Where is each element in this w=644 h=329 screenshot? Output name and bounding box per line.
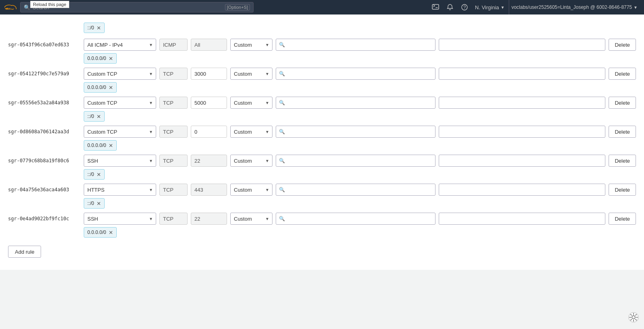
description-field-7[interactable]: [439, 213, 606, 225]
help-icon-btn[interactable]: ?: [458, 1, 471, 14]
source-search-wrapper-5[interactable]: [276, 155, 436, 167]
type-select-2[interactable]: Custom TCP All ICMP - IPv4 SSH HTTPS: [84, 68, 156, 80]
source-search-input-1[interactable]: [276, 39, 436, 51]
type-select-wrapper-3[interactable]: Custom TCP All ICMP - IPv4 SSH HTTPS: [84, 97, 156, 109]
tag-close-btn-1[interactable]: ✕: [109, 56, 113, 61]
rule-id-3: sgr-05556e53a2a84a938: [8, 97, 80, 106]
delete-btn-1[interactable]: Delete: [609, 39, 636, 51]
bell-icon-btn[interactable]: [444, 1, 456, 14]
rule-controls-row-1: All ICMP - IPv4 Custom TCP SSH HTTPS HTT…: [84, 39, 636, 51]
description-field-6[interactable]: [439, 184, 606, 196]
type-select-7[interactable]: SSH Custom TCP All ICMP - IPv4 HTTPS: [84, 213, 156, 225]
source-type-select-3[interactable]: Custom Anywhere-IPv4 Anywhere-IPv6: [230, 97, 272, 109]
source-type-wrapper-2[interactable]: Custom Anywhere-IPv4 Anywhere-IPv6: [230, 68, 272, 80]
cidr-tag-1: 0.0.0.0/0 ✕: [84, 53, 117, 64]
rule-controls-6: HTTPS Custom TCP All ICMP - IPv4 SSH Cus…: [84, 184, 636, 196]
description-field-1[interactable]: [439, 39, 606, 51]
source-type-wrapper-3[interactable]: Custom Anywhere-IPv4 Anywhere-IPv6: [230, 97, 272, 109]
type-select-wrapper-1[interactable]: All ICMP - IPv4 Custom TCP SSH HTTPS HTT…: [84, 39, 156, 51]
rule-row-group-2: sgr-054122f90c7e579a9 Custom TCP All ICM…: [8, 65, 636, 93]
terminal-icon-btn[interactable]: [429, 1, 442, 14]
rule-controls-2: Custom TCP All ICMP - IPv4 SSH HTTPS Cus…: [84, 68, 636, 80]
source-search-wrapper-3[interactable]: [276, 97, 436, 109]
source-type-select-5[interactable]: Custom Anywhere-IPv4 Anywhere-IPv6: [230, 155, 272, 167]
add-rule-btn[interactable]: Add rule: [8, 246, 41, 258]
port-field-3[interactable]: [191, 97, 227, 109]
description-field-3[interactable]: [439, 97, 606, 109]
source-type-wrapper-1[interactable]: Custom Anywhere-IPv4 Anywhere-IPv6 My IP: [230, 39, 272, 51]
cidr-tag-3: ::/0 ✕: [84, 111, 105, 122]
source-search-input-3[interactable]: [276, 97, 436, 109]
cidr-value-5: ::/0: [87, 172, 94, 177]
source-type-select-1[interactable]: Custom Anywhere-IPv4 Anywhere-IPv6 My IP: [230, 39, 272, 51]
source-search-input-7[interactable]: [276, 213, 436, 225]
top-cidr-row: ::/0 ✕: [8, 21, 636, 35]
description-field-2[interactable]: [439, 68, 606, 80]
cidr-tag: ::/0 ✕: [84, 23, 105, 33]
source-type-select-2[interactable]: Custom Anywhere-IPv4 Anywhere-IPv6: [230, 68, 272, 80]
source-search-input-2[interactable]: [276, 68, 436, 80]
user-info[interactable]: voclabs/user2525605=Linta_Joseph @ 6002-…: [509, 0, 640, 14]
tag-close-btn-6[interactable]: ✕: [97, 201, 101, 206]
port-field-4[interactable]: [191, 126, 227, 138]
search-bar[interactable]: 🔍 [Option+S]: [20, 2, 254, 12]
main-content: ::/0 ✕ sgr-0543f96c6a07ed633 All ICMP - …: [0, 14, 644, 270]
rule-row-group-5: sgr-0779c68b8a19f80c6 SSH Custom TCP All…: [8, 152, 636, 180]
source-search-wrapper-7[interactable]: [276, 213, 436, 225]
type-select-wrapper-7[interactable]: SSH Custom TCP All ICMP - IPv4 HTTPS: [84, 213, 156, 225]
source-type-wrapper-6[interactable]: Custom Anywhere-IPv4 Anywhere-IPv6: [230, 184, 272, 196]
region-selector[interactable]: N. Virginia ▼: [473, 4, 507, 10]
source-search-input-4[interactable]: [276, 126, 436, 138]
delete-btn-2[interactable]: Delete: [609, 68, 636, 80]
type-select-1[interactable]: All ICMP - IPv4 Custom TCP SSH HTTPS HTT…: [84, 39, 156, 51]
source-type-wrapper-4[interactable]: Custom Anywhere-IPv4 Anywhere-IPv6: [230, 126, 272, 138]
rule-controls-1: All ICMP - IPv4 Custom TCP SSH HTTPS HTT…: [84, 39, 636, 51]
tag-close-btn[interactable]: ✕: [97, 25, 101, 31]
type-select-wrapper-6[interactable]: HTTPS Custom TCP All ICMP - IPv4 SSH: [84, 184, 156, 196]
type-select-6[interactable]: HTTPS Custom TCP All ICMP - IPv4 SSH: [84, 184, 156, 196]
search-icon: 🔍: [24, 4, 30, 10]
source-type-select-4[interactable]: Custom Anywhere-IPv4 Anywhere-IPv6: [230, 126, 272, 138]
source-search-wrapper-1[interactable]: [276, 39, 436, 51]
rule-controls-7: SSH Custom TCP All ICMP - IPv4 HTTPS Cus…: [84, 213, 636, 225]
type-select-wrapper-4[interactable]: Custom TCP All ICMP - IPv4 SSH HTTPS: [84, 126, 156, 138]
search-input[interactable]: [33, 4, 223, 10]
type-select-wrapper-2[interactable]: Custom TCP All ICMP - IPv4 SSH HTTPS: [84, 68, 156, 80]
delete-btn-3[interactable]: Delete: [609, 97, 636, 109]
delete-btn-4[interactable]: Delete: [609, 126, 636, 138]
tag-close-btn-5[interactable]: ✕: [97, 172, 101, 177]
type-select-wrapper-5[interactable]: SSH Custom TCP All ICMP - IPv4 HTTPS: [84, 155, 156, 167]
delete-btn-5[interactable]: Delete: [609, 155, 636, 167]
description-field-4[interactable]: [439, 126, 606, 138]
rule-row-6: sgr-04a756e36aca4a603 HTTPS Custom TCP A…: [8, 181, 636, 198]
tag-close-btn-3[interactable]: ✕: [97, 114, 101, 119]
tag-close-btn-4[interactable]: ✕: [109, 143, 113, 148]
source-search-wrapper-6[interactable]: [276, 184, 436, 196]
type-select-5[interactable]: SSH Custom TCP All ICMP - IPv4 HTTPS: [84, 155, 156, 167]
rule-id-4: sgr-0d8608a706142aa3d: [8, 126, 80, 134]
protocol-field-5: [159, 155, 188, 167]
tag-close-btn-7[interactable]: ✕: [109, 230, 113, 235]
cidr-tags-7: 0.0.0.0/0 ✕: [8, 227, 636, 238]
port-field-6: [191, 184, 227, 196]
description-field-5[interactable]: [439, 155, 606, 167]
source-search-input-5[interactable]: [276, 155, 436, 167]
source-type-wrapper-5[interactable]: Custom Anywhere-IPv4 Anywhere-IPv6: [230, 155, 272, 167]
delete-btn-6[interactable]: Delete: [609, 184, 636, 196]
source-search-wrapper-2[interactable]: [276, 68, 436, 80]
rule-row-group-6: sgr-04a756e36aca4a603 HTTPS Custom TCP A…: [8, 181, 636, 209]
nav-icons: ? N. Virginia ▼ voclabs/user2525605=Lint…: [429, 0, 640, 14]
type-select-4[interactable]: Custom TCP All ICMP - IPv4 SSH HTTPS: [84, 126, 156, 138]
cidr-tags-2: 0.0.0.0/0 ✕: [8, 82, 636, 93]
source-search-input-6[interactable]: [276, 184, 436, 196]
source-search-wrapper-4[interactable]: [276, 126, 436, 138]
aws-logo[interactable]: aws: [4, 2, 17, 12]
type-select-3[interactable]: Custom TCP All ICMP - IPv4 SSH HTTPS: [84, 97, 156, 109]
delete-btn-7[interactable]: Delete: [609, 213, 636, 225]
port-field-2[interactable]: [191, 68, 227, 80]
source-type-wrapper-7[interactable]: Custom Anywhere-IPv4 Anywhere-IPv6: [230, 213, 272, 225]
source-type-select-6[interactable]: Custom Anywhere-IPv4 Anywhere-IPv6: [230, 184, 272, 196]
source-type-select-7[interactable]: Custom Anywhere-IPv4 Anywhere-IPv6: [230, 213, 272, 225]
tag-close-btn-2[interactable]: ✕: [109, 85, 113, 90]
rule-row-group-7: sgr-0e4ad9022bf9fc10c SSH Custom TCP All…: [8, 210, 636, 238]
